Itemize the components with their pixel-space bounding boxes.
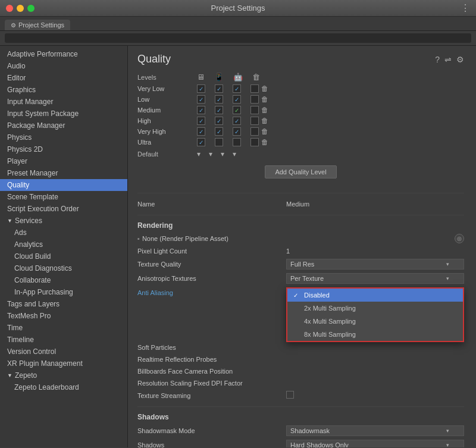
- cb-high-ios[interactable]: ✓: [215, 117, 223, 125]
- pixel-light-row: Pixel Light Count 1: [137, 245, 464, 257]
- sidebar-item-graphics[interactable]: Graphics: [0, 84, 127, 96]
- help-icon[interactable]: ?: [435, 55, 440, 64]
- cb-ultra-android[interactable]: [233, 138, 241, 146]
- search-input[interactable]: [8, 35, 468, 42]
- sidebar-item-script-execution-order[interactable]: Script Execution Order: [0, 203, 127, 215]
- trash-low[interactable]: 🗑: [261, 95, 268, 104]
- sidebar-item-package-manager[interactable]: Package Manager: [0, 120, 127, 131]
- checkboxes-medium[interactable]: ✓ ✓ ✓: [197, 106, 259, 114]
- checkboxes-high[interactable]: ✓ ✓ ✓: [197, 117, 259, 125]
- default-dropdown-1[interactable]: ▾: [197, 150, 201, 158]
- sidebar-item-version-control[interactable]: Version Control: [0, 346, 127, 358]
- sidebar-item-time[interactable]: Time: [0, 322, 127, 334]
- sidebar-item-input-manager[interactable]: Input Manager: [0, 96, 127, 108]
- sidebar-item-timeline[interactable]: Timeline: [0, 334, 127, 346]
- cb-high-android[interactable]: ✓: [233, 117, 241, 125]
- sidebar-item-player[interactable]: Player: [0, 155, 127, 167]
- trash-verylow[interactable]: 🗑: [261, 84, 268, 93]
- trash-medium[interactable]: 🗑: [261, 106, 268, 114]
- checkboxes-veryhigh[interactable]: ✓ ✓ ✓: [197, 127, 259, 136]
- shadowmask-mode-dropdown[interactable]: Shadowmask ▾: [286, 425, 464, 436]
- dropdown-label-4x: 4x Multi Sampling: [304, 318, 356, 325]
- texture-quality-dropdown[interactable]: Full Res ▾: [286, 259, 464, 270]
- cb-verylow-ios[interactable]: ✓: [215, 84, 223, 93]
- sidebar-section-zepeto[interactable]: ▼Zepeto: [0, 369, 127, 381]
- header-icons: ? ⇌ ⚙: [435, 55, 464, 64]
- default-dropdown-4[interactable]: ▾: [233, 150, 236, 158]
- default-dropdown-3[interactable]: ▾: [221, 150, 224, 158]
- cb-verylow-desktop[interactable]: ✓: [197, 84, 205, 93]
- checkboxes-low[interactable]: ✓ ✓ ✓: [197, 95, 259, 104]
- dropdown-item-8x[interactable]: 8x Multi Sampling: [287, 328, 463, 341]
- checkboxes-ultra[interactable]: ✓: [197, 138, 259, 146]
- close-button[interactable]: [6, 5, 13, 12]
- sidebar-item-textmesh-pro[interactable]: TextMesh Pro: [0, 310, 127, 322]
- sidebar-section-services[interactable]: ▼Services: [0, 215, 127, 227]
- cb-ultra-desktop[interactable]: ✓: [197, 138, 205, 146]
- cb-ultra-ios[interactable]: [215, 138, 223, 146]
- anisotropic-dropdown[interactable]: Per Texture ▾: [286, 273, 464, 284]
- cb-high-4[interactable]: [250, 117, 259, 125]
- sidebar-item-audio[interactable]: Audio: [0, 60, 127, 72]
- sidebar-item-analytics[interactable]: Analytics: [0, 239, 127, 250]
- sidebar-item-cloud-build[interactable]: Cloud Build: [0, 250, 127, 262]
- cb-low-android[interactable]: ✓: [233, 95, 241, 104]
- cb-veryhigh-android[interactable]: ✓: [233, 127, 241, 136]
- cb-veryhigh-desktop[interactable]: ✓: [197, 127, 205, 136]
- sidebar-item-xr-plugin-management[interactable]: XR Plugin Management: [0, 358, 127, 369]
- sidebar-item-in-app-purchasing[interactable]: In-App Purchasing: [0, 286, 127, 298]
- cb-ultra-4[interactable]: [250, 138, 259, 146]
- cb-low-ios[interactable]: ✓: [215, 95, 223, 104]
- cb-verylow-4[interactable]: [250, 84, 259, 93]
- sidebar-item-cloud-diagnostics[interactable]: Cloud Diagnostics: [0, 262, 127, 274]
- sidebar-item-preset-manager[interactable]: Preset Manager: [0, 167, 127, 179]
- trash-high[interactable]: 🗑: [261, 117, 268, 125]
- cb-low-4[interactable]: [250, 95, 259, 104]
- cb-verylow-android[interactable]: ✓: [233, 84, 241, 93]
- cb-veryhigh-ios[interactable]: ✓: [215, 127, 223, 136]
- default-dropdown-2[interactable]: ▾: [209, 150, 212, 158]
- cb-medium-android[interactable]: ✓: [233, 106, 241, 114]
- window-controls[interactable]: [6, 5, 35, 12]
- sidebar-item-editor[interactable]: Editor: [0, 72, 127, 84]
- sidebar-item-scene-template[interactable]: Scene Template: [0, 191, 127, 203]
- trash-ultra[interactable]: 🗑: [261, 138, 268, 146]
- ios-icon: 📱: [214, 73, 224, 82]
- sidebar-item-input-system-package[interactable]: Input System Package: [0, 108, 127, 120]
- settings-icon[interactable]: ⚙: [456, 55, 464, 64]
- sidebar-item-collaborate[interactable]: Collaborate: [0, 274, 127, 286]
- texture-streaming-checkbox[interactable]: [286, 391, 294, 399]
- anisotropic-select[interactable]: Per Texture ▾: [286, 273, 464, 284]
- shadowmask-mode-select[interactable]: Shadowmask ▾: [286, 425, 464, 436]
- pipeline-circle-btn[interactable]: ◎: [455, 234, 464, 243]
- sidebar-item-adaptive-performance[interactable]: Adaptive Performance: [0, 48, 127, 60]
- sidebar-item-zepeto-leaderboard[interactable]: Zepeto Leaderboard: [0, 381, 127, 393]
- shadows-select[interactable]: Hard Shadows Only ▾: [286, 440, 464, 447]
- minimize-button[interactable]: [17, 5, 24, 12]
- sidebar-item-physics-2d[interactable]: Physics 2D: [0, 143, 127, 155]
- maximize-button[interactable]: [27, 5, 35, 12]
- anti-aliasing-select[interactable]: Disabled ▾ ✓ Disabled 2x Multi Sampling: [286, 287, 464, 298]
- sidebar-item-ads[interactable]: Ads: [0, 227, 127, 239]
- cb-medium-ios[interactable]: ✓: [215, 106, 223, 114]
- add-quality-button[interactable]: Add Quality Level: [265, 165, 336, 178]
- cb-veryhigh-4[interactable]: [250, 127, 259, 136]
- shadows-dropdown[interactable]: Hard Shadows Only ▾: [286, 440, 464, 447]
- sidebar-item-quality[interactable]: Quality: [0, 179, 127, 191]
- main-layout: Adaptive PerformanceAudioEditorGraphicsI…: [0, 46, 476, 447]
- checkboxes-verylow[interactable]: ✓ ✓ ✓: [197, 84, 259, 93]
- dropdown-item-disabled[interactable]: ✓ Disabled: [287, 289, 463, 302]
- trash-veryhigh[interactable]: 🗑: [261, 127, 268, 136]
- texture-quality-select[interactable]: Full Res ▾: [286, 259, 464, 270]
- sidebar-item-physics[interactable]: Physics: [0, 131, 127, 143]
- layout-icon[interactable]: ⇌: [444, 55, 452, 64]
- dropdown-item-2x[interactable]: 2x Multi Sampling: [287, 302, 463, 315]
- dropdown-item-4x[interactable]: 4x Multi Sampling: [287, 315, 463, 328]
- sidebar-item-tags-and-layers[interactable]: Tags and Layers: [0, 298, 127, 310]
- cb-medium-4[interactable]: [250, 106, 259, 114]
- cb-low-desktop[interactable]: ✓: [197, 95, 205, 104]
- project-settings-tab[interactable]: ⚙ Project Settings: [5, 20, 70, 30]
- cb-medium-desktop[interactable]: ✓: [197, 106, 205, 114]
- menu-icon[interactable]: ⋮: [461, 2, 470, 14]
- cb-high-desktop[interactable]: ✓: [197, 117, 205, 125]
